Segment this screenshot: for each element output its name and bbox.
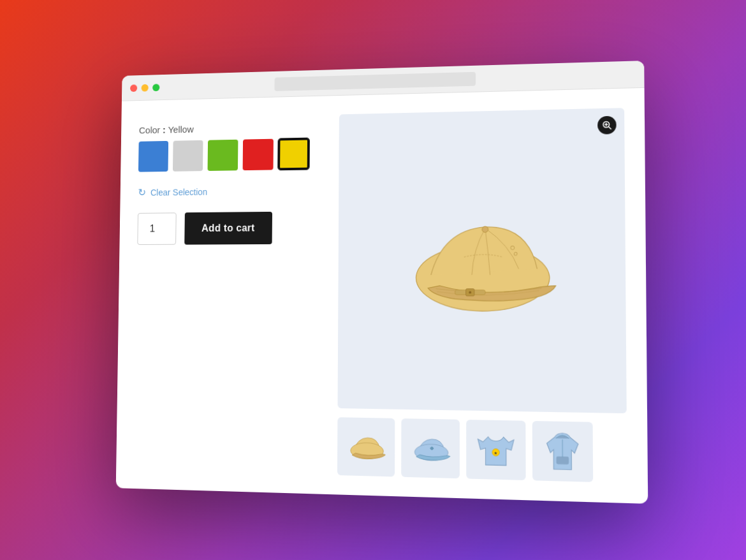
add-to-cart-button[interactable]: Add to cart xyxy=(184,212,272,245)
thumbnails-row: ★ xyxy=(337,417,627,490)
dot-maximize[interactable] xyxy=(152,84,159,91)
svg-rect-15 xyxy=(556,457,569,465)
clear-selection-button[interactable]: ↻ Clear Selection xyxy=(138,184,320,198)
thumbnail-2[interactable] xyxy=(401,418,460,478)
color-section: Color : Yellow xyxy=(138,121,321,172)
swatch-green[interactable] xyxy=(208,140,238,171)
swatch-red[interactable] xyxy=(243,139,274,170)
browser-dots xyxy=(130,84,159,92)
dot-minimize[interactable] xyxy=(142,84,149,91)
swatch-gray[interactable] xyxy=(173,140,203,172)
selected-color-name: Yellow xyxy=(168,124,194,135)
browser-window: Color : Yellow ↻ Clear Selection Add to … xyxy=(116,61,648,504)
svg-line-1 xyxy=(609,127,611,129)
refresh-icon: ↻ xyxy=(138,186,145,198)
main-product-image xyxy=(338,108,627,413)
product-cap-svg xyxy=(395,195,566,325)
swatch-yellow[interactable] xyxy=(278,138,309,170)
svg-text:★: ★ xyxy=(494,451,497,455)
zoom-button[interactable] xyxy=(597,116,617,135)
svg-point-5 xyxy=(482,226,488,232)
swatch-blue[interactable] xyxy=(138,141,168,172)
thumbnail-3[interactable]: ★ xyxy=(466,420,525,480)
clear-selection-label: Clear Selection xyxy=(150,187,207,198)
left-panel: Color : Yellow ↻ Clear Selection Add to … xyxy=(134,115,321,481)
address-bar[interactable] xyxy=(274,71,476,91)
browser-content: Color : Yellow ↻ Clear Selection Add to … xyxy=(116,88,648,504)
quantity-input[interactable] xyxy=(137,212,176,245)
add-to-cart-row: Add to cart xyxy=(137,211,319,245)
right-panel: ★ xyxy=(337,108,627,490)
dot-close[interactable] xyxy=(130,84,137,92)
svg-point-10 xyxy=(469,291,471,294)
thumbnail-4[interactable] xyxy=(532,421,593,482)
thumbnail-1[interactable] xyxy=(337,417,395,476)
color-swatches xyxy=(138,138,320,172)
color-label: Color : Yellow xyxy=(139,121,321,135)
